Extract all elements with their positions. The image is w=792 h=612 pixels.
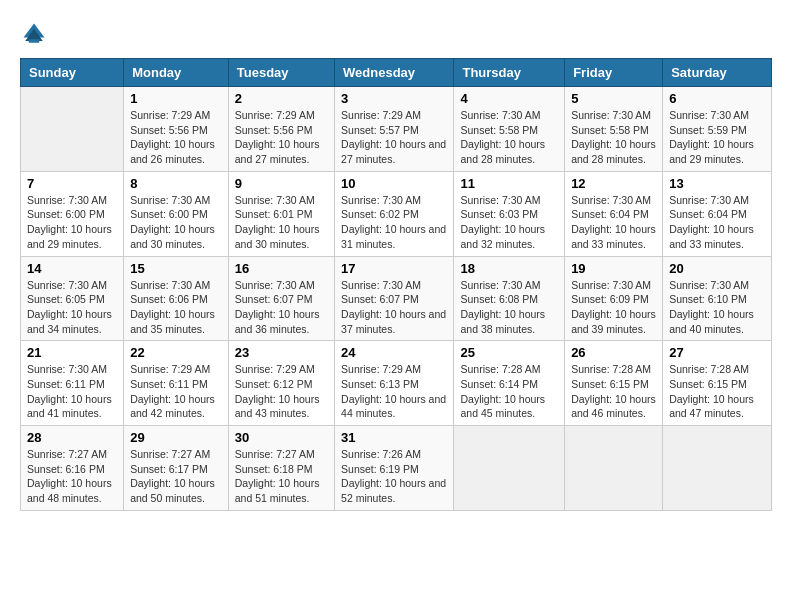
sunrise-text: Sunrise: 7:30 AM [669, 279, 749, 291]
day-number: 5 [571, 91, 656, 106]
daylight-text: Daylight: 10 hours and 39 minutes. [571, 308, 656, 335]
day-number: 1 [130, 91, 222, 106]
calendar-cell: 11Sunrise: 7:30 AMSunset: 6:03 PMDayligh… [454, 171, 565, 256]
sunrise-text: Sunrise: 7:28 AM [460, 363, 540, 375]
day-info: Sunrise: 7:28 AMSunset: 6:14 PMDaylight:… [460, 362, 558, 421]
calendar-cell: 18Sunrise: 7:30 AMSunset: 6:08 PMDayligh… [454, 256, 565, 341]
sunrise-text: Sunrise: 7:30 AM [130, 279, 210, 291]
daylight-text: Daylight: 10 hours and 40 minutes. [669, 308, 754, 335]
calendar-cell: 21Sunrise: 7:30 AMSunset: 6:11 PMDayligh… [21, 341, 124, 426]
week-row-2: 7Sunrise: 7:30 AMSunset: 6:00 PMDaylight… [21, 171, 772, 256]
day-info: Sunrise: 7:30 AMSunset: 6:07 PMDaylight:… [341, 278, 447, 337]
calendar-cell [21, 87, 124, 172]
day-number: 15 [130, 261, 222, 276]
calendar-cell [454, 426, 565, 511]
day-info: Sunrise: 7:30 AMSunset: 5:58 PMDaylight:… [571, 108, 656, 167]
day-number: 23 [235, 345, 328, 360]
sunrise-text: Sunrise: 7:29 AM [235, 363, 315, 375]
day-info: Sunrise: 7:27 AMSunset: 6:17 PMDaylight:… [130, 447, 222, 506]
day-number: 17 [341, 261, 447, 276]
daylight-text: Daylight: 10 hours and 27 minutes. [341, 138, 446, 165]
day-number: 27 [669, 345, 765, 360]
sunrise-text: Sunrise: 7:30 AM [571, 194, 651, 206]
sunrise-text: Sunrise: 7:30 AM [669, 109, 749, 121]
sunset-text: Sunset: 5:58 PM [571, 124, 649, 136]
col-header-tuesday: Tuesday [228, 59, 334, 87]
daylight-text: Daylight: 10 hours and 47 minutes. [669, 393, 754, 420]
day-number: 3 [341, 91, 447, 106]
sunset-text: Sunset: 5:56 PM [130, 124, 208, 136]
sunset-text: Sunset: 5:58 PM [460, 124, 538, 136]
sunset-text: Sunset: 6:15 PM [669, 378, 747, 390]
daylight-text: Daylight: 10 hours and 44 minutes. [341, 393, 446, 420]
sunset-text: Sunset: 6:14 PM [460, 378, 538, 390]
calendar-cell: 20Sunrise: 7:30 AMSunset: 6:10 PMDayligh… [663, 256, 772, 341]
calendar-cell: 14Sunrise: 7:30 AMSunset: 6:05 PMDayligh… [21, 256, 124, 341]
daylight-text: Daylight: 10 hours and 33 minutes. [571, 223, 656, 250]
day-number: 20 [669, 261, 765, 276]
day-info: Sunrise: 7:30 AMSunset: 6:00 PMDaylight:… [27, 193, 117, 252]
daylight-text: Daylight: 10 hours and 51 minutes. [235, 477, 320, 504]
col-header-sunday: Sunday [21, 59, 124, 87]
calendar-cell: 26Sunrise: 7:28 AMSunset: 6:15 PMDayligh… [565, 341, 663, 426]
daylight-text: Daylight: 10 hours and 27 minutes. [235, 138, 320, 165]
calendar-cell [565, 426, 663, 511]
sunset-text: Sunset: 6:00 PM [130, 208, 208, 220]
daylight-text: Daylight: 10 hours and 45 minutes. [460, 393, 545, 420]
calendar-cell: 27Sunrise: 7:28 AMSunset: 6:15 PMDayligh… [663, 341, 772, 426]
sunrise-text: Sunrise: 7:30 AM [27, 363, 107, 375]
sunset-text: Sunset: 6:04 PM [571, 208, 649, 220]
calendar-cell: 25Sunrise: 7:28 AMSunset: 6:14 PMDayligh… [454, 341, 565, 426]
sunrise-text: Sunrise: 7:30 AM [460, 279, 540, 291]
day-info: Sunrise: 7:30 AMSunset: 6:10 PMDaylight:… [669, 278, 765, 337]
sunset-text: Sunset: 6:09 PM [571, 293, 649, 305]
daylight-text: Daylight: 10 hours and 41 minutes. [27, 393, 112, 420]
sunrise-text: Sunrise: 7:28 AM [571, 363, 651, 375]
day-number: 14 [27, 261, 117, 276]
sunrise-text: Sunrise: 7:30 AM [669, 194, 749, 206]
day-info: Sunrise: 7:30 AMSunset: 6:07 PMDaylight:… [235, 278, 328, 337]
day-info: Sunrise: 7:30 AMSunset: 6:01 PMDaylight:… [235, 193, 328, 252]
sunrise-text: Sunrise: 7:30 AM [460, 194, 540, 206]
week-row-1: 1Sunrise: 7:29 AMSunset: 5:56 PMDaylight… [21, 87, 772, 172]
day-number: 13 [669, 176, 765, 191]
day-info: Sunrise: 7:29 AMSunset: 6:12 PMDaylight:… [235, 362, 328, 421]
day-number: 22 [130, 345, 222, 360]
sunset-text: Sunset: 5:59 PM [669, 124, 747, 136]
day-number: 7 [27, 176, 117, 191]
week-row-5: 28Sunrise: 7:27 AMSunset: 6:16 PMDayligh… [21, 426, 772, 511]
day-number: 31 [341, 430, 447, 445]
sunrise-text: Sunrise: 7:30 AM [27, 279, 107, 291]
calendar-cell: 19Sunrise: 7:30 AMSunset: 6:09 PMDayligh… [565, 256, 663, 341]
sunrise-text: Sunrise: 7:29 AM [235, 109, 315, 121]
daylight-text: Daylight: 10 hours and 32 minutes. [460, 223, 545, 250]
calendar-cell: 12Sunrise: 7:30 AMSunset: 6:04 PMDayligh… [565, 171, 663, 256]
sunrise-text: Sunrise: 7:30 AM [460, 109, 540, 121]
daylight-text: Daylight: 10 hours and 34 minutes. [27, 308, 112, 335]
day-info: Sunrise: 7:30 AMSunset: 6:08 PMDaylight:… [460, 278, 558, 337]
day-info: Sunrise: 7:30 AMSunset: 5:59 PMDaylight:… [669, 108, 765, 167]
day-info: Sunrise: 7:27 AMSunset: 6:16 PMDaylight:… [27, 447, 117, 506]
daylight-text: Daylight: 10 hours and 38 minutes. [460, 308, 545, 335]
day-number: 2 [235, 91, 328, 106]
day-number: 4 [460, 91, 558, 106]
calendar-cell: 4Sunrise: 7:30 AMSunset: 5:58 PMDaylight… [454, 87, 565, 172]
calendar-cell: 8Sunrise: 7:30 AMSunset: 6:00 PMDaylight… [124, 171, 229, 256]
day-info: Sunrise: 7:29 AMSunset: 5:56 PMDaylight:… [130, 108, 222, 167]
day-info: Sunrise: 7:29 AMSunset: 5:57 PMDaylight:… [341, 108, 447, 167]
sunset-text: Sunset: 6:02 PM [341, 208, 419, 220]
sunrise-text: Sunrise: 7:30 AM [130, 194, 210, 206]
sunset-text: Sunset: 6:08 PM [460, 293, 538, 305]
sunrise-text: Sunrise: 7:29 AM [130, 109, 210, 121]
calendar-cell: 22Sunrise: 7:29 AMSunset: 6:11 PMDayligh… [124, 341, 229, 426]
day-info: Sunrise: 7:29 AMSunset: 6:11 PMDaylight:… [130, 362, 222, 421]
sunrise-text: Sunrise: 7:26 AM [341, 448, 421, 460]
sunrise-text: Sunrise: 7:30 AM [341, 279, 421, 291]
daylight-text: Daylight: 10 hours and 30 minutes. [130, 223, 215, 250]
col-header-thursday: Thursday [454, 59, 565, 87]
calendar-cell: 1Sunrise: 7:29 AMSunset: 5:56 PMDaylight… [124, 87, 229, 172]
sunset-text: Sunset: 6:00 PM [27, 208, 105, 220]
day-number: 18 [460, 261, 558, 276]
day-info: Sunrise: 7:30 AMSunset: 6:04 PMDaylight:… [669, 193, 765, 252]
logo-icon [20, 20, 48, 48]
